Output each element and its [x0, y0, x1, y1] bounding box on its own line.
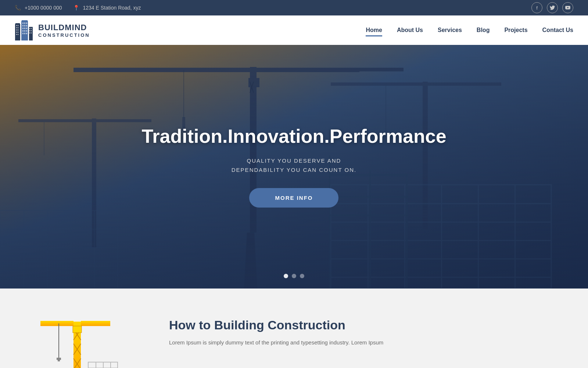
svg-rect-22 [26, 28, 27, 29]
phone-icon [15, 5, 23, 11]
more-info-button[interactable]: MORE INFO [249, 188, 338, 208]
svg-rect-103 [103, 362, 104, 368]
svg-rect-19 [26, 25, 27, 26]
below-section-text: Lorem Ipsum is simply dummy text of the … [169, 338, 559, 347]
svg-rect-8 [16, 32, 17, 33]
nav-contact[interactable]: Contact Us [542, 17, 573, 44]
svg-rect-24 [24, 30, 25, 32]
top-bar: +1000 0000 000 1234 E Station Road, xyz … [0, 0, 588, 15]
slider-dot-1[interactable] [284, 274, 288, 278]
svg-rect-104 [110, 362, 111, 368]
svg-rect-5 [18, 27, 18, 28]
hero-subtitle: QUALITY YOU DESERVE AND DEPENDABILITY YO… [141, 156, 446, 175]
svg-rect-35 [31, 32, 32, 33]
svg-rect-3 [18, 25, 18, 26]
header: BUILDMIND CONSTRUCTION Home About Us Ser… [0, 15, 588, 45]
location-icon [73, 5, 82, 11]
below-section-title: How to Building Construction [169, 318, 559, 332]
svg-rect-95 [58, 360, 60, 361]
svg-rect-11 [18, 34, 18, 35]
address-info: 1234 E Station Road, xyz [73, 5, 141, 11]
svg-rect-25 [26, 30, 27, 32]
facebook-icon[interactable]: f [531, 2, 542, 13]
hero-section: Tradition.Innovation.Performance QUALITY… [0, 45, 588, 289]
hero-content: Tradition.Innovation.Performance QUALITY… [134, 118, 453, 215]
svg-rect-92 [73, 326, 82, 333]
crane-illustration [29, 311, 147, 368]
nav-about[interactable]: About Us [397, 17, 423, 44]
svg-rect-1 [15, 23, 20, 24]
svg-rect-26 [22, 33, 24, 34]
svg-rect-102 [96, 362, 96, 368]
top-bar-contact: +1000 0000 000 1234 E Station Road, xyz [15, 5, 141, 11]
svg-rect-16 [26, 22, 27, 24]
svg-rect-13 [22, 20, 28, 21]
below-hero-section: How to Building Construction Lorem Ipsum… [0, 289, 588, 368]
svg-rect-90 [40, 321, 74, 326]
svg-rect-20 [22, 28, 24, 29]
svg-rect-91 [81, 321, 110, 326]
twitter-icon[interactable] [547, 2, 558, 13]
svg-rect-4 [16, 27, 17, 28]
svg-rect-32 [29, 30, 30, 31]
svg-rect-17 [22, 25, 24, 26]
svg-rect-21 [24, 28, 25, 29]
svg-rect-23 [22, 30, 24, 32]
svg-rect-34 [29, 32, 30, 33]
svg-rect-14 [22, 22, 24, 24]
slider-dots [284, 274, 304, 278]
svg-rect-2 [16, 25, 17, 26]
svg-rect-10 [16, 34, 17, 35]
phone-number: +1000 0000 000 [25, 5, 62, 11]
logo-subtitle: CONSTRUCTION [38, 32, 90, 38]
nav-blog[interactable]: Blog [477, 17, 490, 44]
nav-home[interactable]: Home [366, 17, 382, 44]
slider-dot-2[interactable] [292, 274, 296, 278]
svg-rect-33 [31, 30, 32, 31]
svg-rect-30 [29, 28, 30, 29]
address-text: 1234 E Station Road, xyz [83, 5, 141, 11]
social-links: f [531, 2, 573, 13]
main-nav: Home About Us Services Blog Projects Con… [366, 17, 573, 44]
logo-text: BUILDMIND CONSTRUCTION [38, 23, 90, 38]
logo-icon [15, 20, 33, 40]
below-text-content: How to Building Construction Lorem Ipsum… [169, 311, 559, 347]
slider-dot-3[interactable] [300, 274, 304, 278]
logo[interactable]: BUILDMIND CONSTRUCTION [15, 20, 90, 40]
nav-projects[interactable]: Projects [504, 17, 527, 44]
logo-title: BUILDMIND [38, 23, 90, 32]
svg-rect-18 [24, 25, 25, 26]
svg-rect-27 [24, 33, 25, 34]
svg-rect-7 [18, 29, 18, 31]
svg-rect-9 [18, 32, 18, 33]
hero-title: Tradition.Innovation.Performance [141, 126, 446, 147]
svg-rect-28 [26, 33, 27, 34]
svg-rect-15 [24, 22, 25, 24]
nav-services[interactable]: Services [438, 17, 462, 44]
phone-info: +1000 0000 000 [15, 5, 62, 11]
svg-rect-94 [57, 358, 61, 360]
svg-rect-6 [16, 29, 17, 31]
youtube-icon[interactable] [562, 2, 573, 13]
svg-rect-31 [31, 28, 32, 29]
